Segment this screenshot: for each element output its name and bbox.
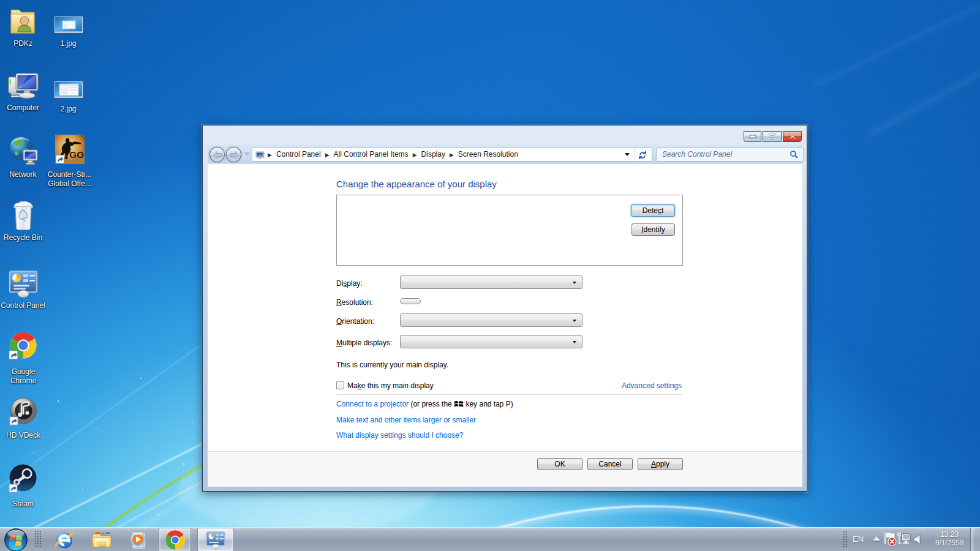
svg-text:GO: GO <box>69 149 84 160</box>
